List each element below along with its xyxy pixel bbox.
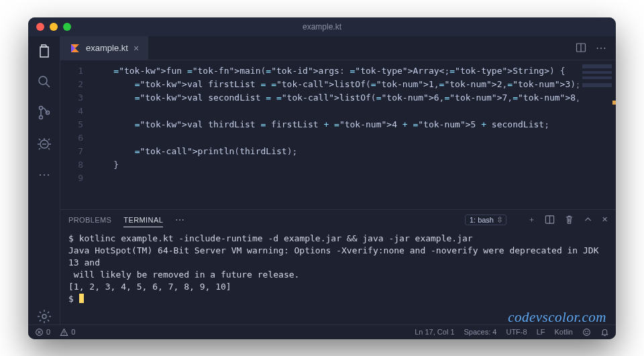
editor-group: example.kt × ⋯ 123456789 ="tok-kw">fun =… <box>60 36 616 324</box>
panel-tab-terminal[interactable]: TERMINAL <box>123 216 163 227</box>
status-errors[interactable]: 0 <box>35 328 50 337</box>
svg-point-11 <box>588 331 588 331</box>
zoom-window-button[interactable] <box>63 23 71 31</box>
split-editor-icon[interactable] <box>576 42 586 53</box>
panel-tab-problems[interactable]: PROBLEMS <box>68 216 111 224</box>
status-bar: 0 0 Ln 17, Col 1 Spaces: 4 UTF-8 LF Kotl… <box>28 324 616 339</box>
status-indent[interactable]: Spaces: 4 <box>464 328 497 336</box>
terminal-output[interactable]: $ kotlinc example.kt -include-runtime -d… <box>60 230 616 324</box>
close-window-button[interactable] <box>36 23 44 31</box>
status-bell-icon[interactable] <box>600 328 609 337</box>
more-icon[interactable]: ⋯ <box>36 166 52 182</box>
vscode-window: example.kt ⋯ <box>28 17 616 339</box>
code-area[interactable]: ="tok-kw">fun ="tok-fn">main(="tok-id">a… <box>93 60 578 209</box>
panel-more-icon[interactable]: ⋯ <box>175 215 184 225</box>
kill-terminal-icon[interactable] <box>564 215 574 225</box>
traffic-lights <box>36 23 71 31</box>
status-warnings[interactable]: 0 <box>60 328 75 337</box>
explorer-icon[interactable] <box>36 43 52 59</box>
workbench-body: ⋯ example.kt × <box>28 36 616 324</box>
tab-example-kt[interactable]: example.kt × <box>60 36 148 60</box>
svg-point-10 <box>586 331 586 331</box>
close-panel-icon[interactable]: ✕ <box>602 215 608 224</box>
window-title: example.kt <box>28 22 616 32</box>
maximize-panel-icon[interactable] <box>584 215 592 224</box>
new-terminal-icon[interactable]: ＋ <box>528 215 535 225</box>
minimap[interactable] <box>578 60 616 209</box>
debug-icon[interactable] <box>36 135 52 152</box>
panel-tabs: PROBLEMS TERMINAL ⋯ 1: bash ＋ <box>60 210 616 230</box>
svg-point-2 <box>39 115 42 119</box>
source-control-icon[interactable] <box>36 105 52 121</box>
more-actions-icon[interactable]: ⋯ <box>596 42 606 54</box>
terminal-cursor <box>79 294 84 303</box>
status-language[interactable]: Kotlin <box>554 328 573 336</box>
search-icon[interactable] <box>36 74 52 90</box>
editor[interactable]: 123456789 ="tok-kw">fun ="tok-fn">main(=… <box>60 60 616 209</box>
tab-bar: example.kt × ⋯ <box>60 36 616 60</box>
terminal-selector[interactable]: 1: bash <box>465 215 506 225</box>
watermark: codevscolor.com <box>508 311 606 323</box>
svg-point-5 <box>42 314 46 318</box>
status-feedback-icon[interactable] <box>582 328 591 337</box>
tab-label: example.kt <box>86 43 128 53</box>
line-gutter: 123456789 <box>60 60 93 209</box>
tab-close-icon[interactable]: × <box>133 43 139 54</box>
split-terminal-icon[interactable] <box>545 215 555 225</box>
kotlin-file-icon <box>70 43 80 54</box>
activity-bar: ⋯ <box>28 36 60 324</box>
titlebar: example.kt <box>28 17 616 36</box>
status-encoding[interactable]: UTF-8 <box>506 328 527 336</box>
bottom-panel: PROBLEMS TERMINAL ⋯ 1: bash ＋ <box>60 209 616 324</box>
svg-point-0 <box>39 76 47 84</box>
editor-actions: ⋯ <box>576 36 616 60</box>
minimize-window-button[interactable] <box>50 23 58 31</box>
svg-point-9 <box>584 329 590 335</box>
svg-point-1 <box>39 106 42 109</box>
status-eol[interactable]: LF <box>537 328 545 336</box>
settings-gear-icon[interactable] <box>36 308 52 324</box>
status-cursor-pos[interactable]: Ln 17, Col 1 <box>415 328 454 336</box>
